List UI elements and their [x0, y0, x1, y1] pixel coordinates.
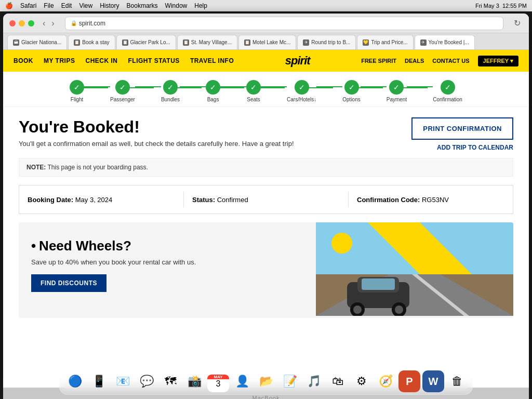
progress-step-flight: ✓ Flight — [70, 80, 84, 102]
need-wheels-section: • Need Wheels? Save up to 40% when you b… — [19, 222, 513, 318]
view-menu[interactable]: View — [79, 2, 92, 9]
tab-motel[interactable]: 📋 Motel Lake Mc... — [238, 35, 296, 49]
url-text: spirit.com — [79, 20, 105, 27]
edit-menu[interactable]: Edit — [61, 2, 72, 9]
wheels-bullet: • — [31, 238, 36, 254]
dock-settings[interactable]: ⚙ — [351, 370, 373, 392]
main-content: You're Booked! You'll get a confirmation… — [3, 107, 529, 328]
nav-deals[interactable]: DEALS — [405, 58, 424, 64]
browser-window: ‹ › 🔒 spirit.com ↻ 🏔 Glacier Nationa... … — [3, 14, 529, 388]
info-divider-1 — [183, 192, 184, 207]
tab-book-stay[interactable]: 📋 Book a stay — [68, 35, 115, 49]
wheels-title: • Need Wheels? — [31, 238, 303, 254]
add-to-calendar-link[interactable]: ADD TRIP TO CALENDAR — [437, 144, 513, 151]
step-label-options: Options — [342, 97, 360, 102]
dock-powerpoint[interactable]: P — [398, 370, 420, 392]
apple-menu[interactable]: 🍎 — [5, 2, 13, 9]
tab-trip-price[interactable]: 💛 Trip and Price... — [357, 35, 413, 49]
dock-messages[interactable]: 💬 — [136, 370, 157, 392]
nav-travel-info[interactable]: TRAVEL INFO — [190, 57, 234, 64]
boarding-pass-note: NOTE: This page is not your boarding pas… — [19, 158, 513, 177]
print-confirmation-button[interactable]: PRINT CONFIRMATION — [411, 117, 513, 140]
browser-nav-buttons: ‹ › — [41, 18, 57, 29]
dock-notes[interactable]: 📝 — [279, 370, 301, 392]
nav-free-spirit[interactable]: FREE SPIRIT — [361, 58, 396, 64]
tab-youre-booked[interactable]: ✈ You're Booked |... — [415, 35, 475, 49]
dock-mail[interactable]: 📧 — [112, 370, 134, 392]
step-circle-bundles: ✓ — [163, 80, 178, 95]
fullscreen-button[interactable] — [28, 20, 34, 26]
dock-finder[interactable]: 🔵 — [64, 370, 86, 392]
step-circle-passenger: ✓ — [115, 80, 130, 95]
booked-message: You're Booked! You'll get a confirmation… — [19, 117, 294, 158]
tab-st-mary[interactable]: 📋 St. Mary Village... — [177, 35, 237, 49]
mac-menu-right: Fri May 3 12:55 PM — [475, 3, 527, 9]
step-circle-seats: ✓ — [246, 80, 261, 95]
step-circle-cars: ✓ — [295, 80, 309, 95]
file-menu[interactable]: File — [44, 2, 54, 9]
tab-glacier-park[interactable]: 📋 Glacier Park Lo... — [116, 35, 176, 49]
progress-step-passenger: ✓ Passenger — [110, 80, 135, 102]
nav-contact-us[interactable]: CONTACT US — [432, 58, 469, 64]
spirit-nav-right: FREE SPIRIT DEALS CONTACT US JEFFREY ▾ — [361, 56, 518, 66]
mac-menubar: 🍎 Safari File Edit View History Bookmark… — [0, 0, 532, 11]
reload-button[interactable]: ↻ — [512, 17, 523, 29]
window-menu[interactable]: Window — [165, 2, 188, 9]
dock-launchpad[interactable]: 📱 — [88, 370, 110, 392]
nav-my-trips[interactable]: MY TRIPS — [44, 57, 75, 64]
dock-trash[interactable]: 🗑 — [446, 370, 468, 392]
tab-round-trip[interactable]: ✈ Round trip to B... — [297, 35, 356, 49]
dock-files[interactable]: 📂 — [255, 370, 277, 392]
booking-code-item: Confirmation Code: RG53NV — [357, 196, 504, 204]
dock-word[interactable]: W — [422, 370, 444, 392]
traffic-lights — [9, 20, 34, 26]
step-label-seats: Seats — [247, 97, 260, 102]
confirmation-actions: PRINT CONFIRMATION ADD TRIP TO CALENDAR — [411, 117, 513, 151]
lock-icon: 🔒 — [71, 20, 77, 26]
booking-date-value: May 3, 2024 — [75, 196, 113, 204]
site-content: BOOK MY TRIPS CHECK IN FLIGHT STATUS TRA… — [3, 50, 529, 388]
nav-book[interactable]: BOOK — [14, 57, 33, 64]
tab-favicon: 💛 — [363, 39, 369, 46]
step-label-flight: Flight — [71, 97, 83, 102]
dock-safari[interactable]: 🧭 — [375, 370, 396, 392]
wheels-content: • Need Wheels? Save up to 40% when you b… — [19, 222, 316, 318]
find-discounts-button[interactable]: FIND DISCOUNTS — [31, 274, 107, 292]
browser-title-bar: ‹ › 🔒 spirit.com ↻ — [3, 14, 529, 33]
step-label-bundles: Bundles — [161, 97, 180, 102]
tab-favicon: 📋 — [74, 39, 80, 46]
safari-menu[interactable]: Safari — [20, 2, 36, 9]
step-circle-confirmation: ✓ — [441, 80, 455, 95]
note-text: This page is not your boarding pass. — [47, 164, 148, 171]
nav-check-in[interactable]: CHECK IN — [85, 57, 117, 64]
booking-date-label: Booking Date: — [28, 196, 73, 204]
dock-appstore[interactable]: 🛍 — [327, 370, 349, 392]
minimize-button[interactable] — [19, 20, 25, 26]
dock-calendar[interactable]: MAY3 — [207, 370, 229, 392]
step-label-passenger: Passenger — [110, 97, 135, 102]
address-bar[interactable]: 🔒 spirit.com — [65, 17, 503, 30]
bookmarks-menu[interactable]: Bookmarks — [127, 2, 158, 9]
step-circle-bags: ✓ — [206, 80, 220, 95]
step-label-confirmation: Confirmation — [433, 97, 462, 102]
history-menu[interactable]: History — [100, 2, 119, 9]
step-circle-options: ✓ — [344, 80, 359, 95]
help-menu[interactable]: Help — [194, 2, 207, 9]
dock-maps[interactable]: 🗺 — [159, 370, 181, 392]
nav-flight-status[interactable]: FLIGHT STATUS — [128, 57, 179, 64]
tab-glacier-national[interactable]: 🏔 Glacier Nationa... — [7, 35, 67, 49]
mac-dock: 🔵 📱 📧 💬 🗺 📸 MAY3 👤 📂 📝 🎵 🛍 ⚙ 🧭 P W 🗑 — [59, 368, 473, 395]
dock-photos[interactable]: 📸 — [183, 370, 205, 392]
booking-code-label: Confirmation Code: — [357, 196, 420, 204]
close-button[interactable] — [9, 20, 16, 26]
tab-favicon: 📋 — [183, 39, 189, 46]
back-button[interactable]: ‹ — [41, 18, 47, 29]
forward-button[interactable]: › — [49, 18, 56, 29]
tab-favicon: 🏔 — [13, 39, 19, 46]
booking-progress-bar: ✓ Flight ✓ Passenger ✓ Bundles ✓ Bags ✓ … — [3, 72, 529, 107]
step-label-cars: Cars/Hotels↓ — [287, 97, 316, 102]
nav-user-account[interactable]: JEFFREY ▾ — [478, 56, 518, 66]
dock-contacts[interactable]: 👤 — [231, 370, 253, 392]
svg-rect-11 — [362, 278, 395, 290]
dock-music[interactable]: 🎵 — [303, 370, 325, 392]
